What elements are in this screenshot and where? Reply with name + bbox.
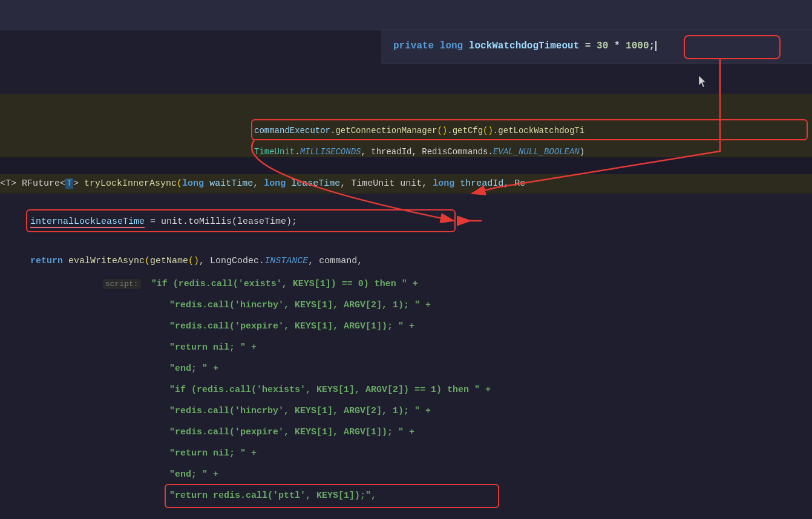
keyword-private: private [393,41,440,51]
milliseconds: MILLISECONDS [300,147,361,157]
section-dark [0,157,812,174]
code-line-s7: "redis.call('hincrby', KEYS[1], ARGV[2],… [169,404,431,419]
code-line-s5: "end; " + [169,362,218,376]
code-line-s11: "return redis.call('pttl', KEYS[1]);", [169,489,376,503]
semicolon: ; [649,41,655,51]
field-internalLockLeaseTime: internalLockLeaseTime [30,217,145,228]
number-1000: 1000 [626,41,649,51]
code-line-s10: "end; " + [169,468,218,482]
operator: * [608,41,626,51]
text-cursor [655,41,656,51]
number-30: 30 [597,41,608,51]
then-word: then [447,385,469,395]
code-editor: private long lockWatchdogTimeout = 30 * … [0,0,812,519]
top-code-section: private long lockWatchdogTimeout = 30 * … [381,30,812,64]
code-line-s6: "if (redis.call('hexists', KEYS[1], ARGV… [169,383,491,397]
code-line-script: script: "if (redis.call('exists', KEYS[1… [103,277,418,292]
mouse-cursor [699,76,709,88]
code-line-s9: "return nil; " + [169,446,257,461]
code-line-s3: "redis.call('pexpire', KEYS[1], ARGV[1])… [169,319,414,334]
top-bar [0,0,812,30]
keyword-long: long [440,41,469,51]
code-line-func-sig: <T> RFuture<T> tryLockInnerAsync(long wa… [0,177,525,191]
equals: = [579,41,597,51]
code-line-internal: internalLockLeaseTime = unit.toMillis(le… [30,215,297,229]
script-label: script: [103,279,141,289]
code-line-s8: "redis.call('pexpire', KEYS[1], ARGV[1])… [169,425,414,440]
code-line-s4: "return nil; " + [169,341,257,355]
code-line-s2: "redis.call('hincrby', KEYS[1], ARGV[2],… [169,298,431,313]
code-line-command: commandExecutor.getConnectionManager().g… [254,124,584,137]
code-line-return: return evalWriteAsync(getName(), LongCod… [30,254,362,269]
command-executor-text: commandExecutor [254,126,330,135]
field-name: lockWatchdogTimeout [469,41,579,51]
eval-null-boolean: EVAL_NULL_BOOLEAN [493,147,580,157]
